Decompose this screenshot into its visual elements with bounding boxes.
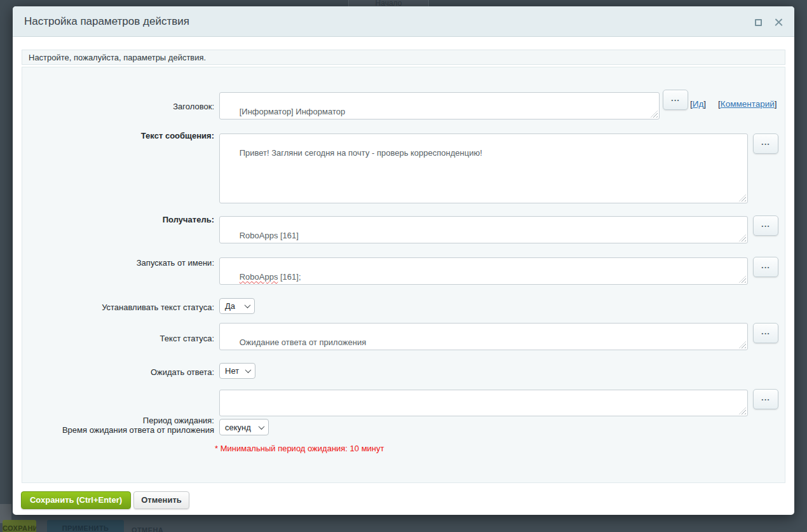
wait-period-input[interactable] [219,390,748,416]
set-status-label: Устанавливать текст статуса: [102,303,214,312]
wait-answer-value: Нет [225,366,239,376]
resize-grip-icon[interactable] [739,235,746,242]
recipient-value: RoboApps [161] [240,231,299,240]
dialog-window: Настройка параметров действия Настройте,… [13,6,794,515]
run-as-label: Запускать от имени: [137,258,214,268]
bracket-close: ] [703,99,706,109]
dialog-titlebar: Настройка параметров действия [13,6,794,37]
header-value: [Информатор] Информатор [240,107,346,116]
wait-period-unit-value: секунд [225,423,251,432]
dialog-title: Настройка параметров действия [24,6,189,37]
recipient-label: Получатель: [163,215,214,224]
header-input[interactable]: [Информатор] Информатор [219,92,660,119]
wait-period-unit-select[interactable]: секунд [219,419,269,435]
info-message: Настройте, пожалуйста, параметры действи… [22,50,785,65]
maximize-icon [755,19,762,26]
comment-link[interactable]: [Комментарий] [718,99,777,109]
resize-grip-icon[interactable] [739,407,746,414]
chevron-down-icon [245,302,251,308]
screen-background: Начало СОХРАНИТЬ ПРИМЕНИТЬ ОТМЕНА Настро… [0,0,807,532]
maximize-button[interactable] [751,15,765,29]
message-label: Текст сообщения: [141,131,214,140]
header-label: Заголовок: [173,102,214,111]
wait-period-label-line1: Период ожидания: [143,416,214,425]
message-more-button[interactable]: ... [753,133,778,154]
background-apply-button: ПРИМЕНИТЬ [47,520,124,532]
resize-grip-icon[interactable] [739,276,746,283]
background-save-button: СОХРАНИТЬ [3,520,36,532]
run-as-value-rest: [161]; [278,272,301,282]
minimum-period-note: * Минимальный период ожидания: 10 минут [215,444,384,453]
id-link[interactable]: [Ид] [690,99,706,109]
wait-period-label-line2: Время ожидания ответа от приложения [62,425,214,435]
bracket-close: ] [775,99,777,109]
status-text-value: Ожидание ответа от приложения [240,338,367,347]
chevron-down-icon [245,367,252,373]
run-as-more-button[interactable]: ... [753,257,778,277]
wait-answer-label: Ожидать ответа: [151,367,214,377]
chevron-down-icon [259,423,265,430]
set-status-select[interactable]: Да [219,298,255,314]
status-text-label: Текст статуса: [160,334,214,343]
resize-grip-icon[interactable] [739,194,746,201]
close-button[interactable] [771,15,785,29]
wait-period-more-button[interactable]: ... [753,389,778,409]
status-text-input[interactable]: Ожидание ответа от приложения [219,323,748,350]
close-icon [775,18,783,27]
background-cancel-button: ОТМЕНА [132,526,163,532]
wait-answer-select[interactable]: Нет [219,363,255,379]
header-more-button[interactable]: ... [663,90,688,110]
set-status-value: Да [225,301,235,311]
resize-grip-icon[interactable] [739,341,746,348]
save-button[interactable]: Сохранить (Ctrl+Enter) [21,491,131,509]
recipient-more-button[interactable]: ... [753,215,778,236]
comment-link-text[interactable]: Комментарий [721,99,775,109]
run-as-value-misspelled: RoboApps [240,272,278,282]
cancel-button[interactable]: Отменить [133,491,189,509]
status-text-more-button[interactable]: ... [753,323,778,343]
id-link-text[interactable]: Ид [693,99,704,109]
message-input[interactable]: Привет! Загляни сегодня на почту - прове… [219,133,748,203]
recipient-input[interactable]: RoboApps [161] [219,216,748,243]
resize-grip-icon[interactable] [651,111,658,118]
message-value: Привет! Загляни сегодня на почту - прове… [240,148,482,158]
run-as-input[interactable]: RoboApps [161]; [219,257,748,285]
